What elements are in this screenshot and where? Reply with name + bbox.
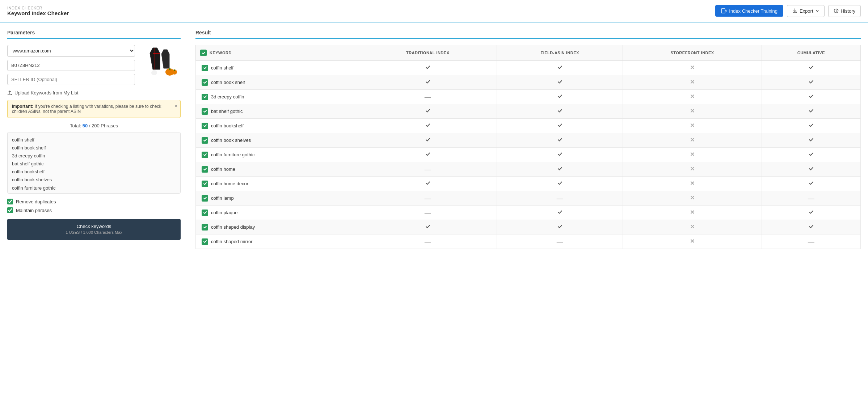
left-panel: Parameters www.amazon.com xyxy=(0,22,188,406)
keyword-cell: bat shelf gothic xyxy=(196,104,359,119)
svg-rect-11 xyxy=(174,69,175,71)
keyword-text: coffin bookshelf xyxy=(211,123,244,128)
cumulative-cell xyxy=(762,104,860,119)
cross-icon xyxy=(690,93,695,99)
row-checkbox[interactable] xyxy=(202,224,208,231)
remove-duplicates-checkbox[interactable] xyxy=(7,199,13,204)
asin-input[interactable] xyxy=(7,60,135,71)
app-name: INDEX CHECKER xyxy=(7,6,69,10)
header: INDEX CHECKER Keyword Index Checker Inde… xyxy=(0,0,868,22)
storefront-cell xyxy=(623,61,762,75)
table-row: coffin book shelf xyxy=(196,75,861,90)
table-row: bat shelf gothic xyxy=(196,104,861,119)
maintain-phrases-checkbox[interactable] xyxy=(7,207,13,213)
keyword-text: coffin home decor xyxy=(211,181,248,186)
maintain-phrases-label: Maintain phrases xyxy=(16,208,52,213)
list-item: bat shelf gothic xyxy=(12,160,176,168)
check-icon xyxy=(808,180,814,186)
storefront-cell xyxy=(623,133,762,148)
keyword-text: coffin lamp xyxy=(211,195,234,201)
cumulative-cell xyxy=(762,162,860,177)
check-keywords-button[interactable]: Check keywords 1 USES / 1,000 Characters… xyxy=(7,219,181,240)
row-checkbox[interactable] xyxy=(202,137,208,144)
traditional-cell: — xyxy=(359,206,497,220)
field-asin-cell xyxy=(497,148,623,162)
cumulative-cell xyxy=(762,119,860,133)
export-button[interactable]: Export xyxy=(787,5,825,17)
keyword-cell: coffin shaped display xyxy=(196,220,359,234)
amazon-domain-select[interactable]: www.amazon.com xyxy=(7,45,135,57)
check-icon xyxy=(425,79,431,85)
table-row: coffin plaque — xyxy=(196,206,861,220)
cumulative-cell xyxy=(762,148,860,162)
list-item: coffin book shelves xyxy=(12,176,176,184)
traditional-cell xyxy=(359,119,497,133)
check-icon xyxy=(425,64,431,70)
row-checkbox[interactable] xyxy=(202,108,208,115)
traditional-cell xyxy=(359,177,497,191)
keyword-list[interactable]: coffin shelfcoffin book shelf3d creepy c… xyxy=(7,132,181,194)
row-checkbox[interactable] xyxy=(202,152,208,158)
table-row: coffin bookshelf xyxy=(196,119,861,133)
storefront-cell xyxy=(623,234,762,249)
traditional-cell: — xyxy=(359,234,497,249)
list-item: 3d creepy coffin xyxy=(12,152,176,160)
index-checker-training-button[interactable]: Index Checker Training xyxy=(715,5,783,17)
storefront-cell xyxy=(623,206,762,220)
storefront-cell xyxy=(623,191,762,206)
check-icon xyxy=(808,108,814,114)
row-checkbox[interactable] xyxy=(202,238,208,245)
table-row: coffin shaped display xyxy=(196,220,861,234)
chevron-down-icon xyxy=(816,9,819,13)
traditional-cell: — xyxy=(359,162,497,177)
check-icon xyxy=(557,209,563,215)
row-checkbox[interactable] xyxy=(202,79,208,86)
check-icon xyxy=(557,93,563,99)
row-checkbox[interactable] xyxy=(202,123,208,129)
dash-icon: — xyxy=(808,238,814,245)
keyword-cell: coffin furniture gothic xyxy=(196,148,359,162)
result-title: Result xyxy=(195,30,861,39)
list-item: coffin home xyxy=(12,192,176,194)
maintain-phrases-row: Maintain phrases xyxy=(7,207,181,213)
dash-icon: — xyxy=(425,166,431,173)
keyword-cell: coffin bookshelf xyxy=(196,119,359,133)
row-checkbox[interactable] xyxy=(202,181,208,187)
table-row: coffin lamp — — — xyxy=(196,191,861,206)
table-row: coffin shelf xyxy=(196,61,861,75)
row-checkbox[interactable] xyxy=(202,210,208,216)
cross-icon xyxy=(690,122,695,128)
result-table-body: coffin shelf coffin xyxy=(196,61,861,249)
th-field-asin: FIELD-ASIN INDEX xyxy=(497,45,623,61)
cumulative-cell: — xyxy=(762,191,860,206)
th-cumulative: CUMULATIVE xyxy=(762,45,860,61)
table-header-row: KEYWORD TRADITIONAL INDEX FIELD-ASIN IND… xyxy=(196,45,861,61)
table-row: coffin shaped mirror — — — xyxy=(196,234,861,249)
keyword-cell: coffin book shelf xyxy=(196,75,359,90)
parameters-title: Parameters xyxy=(7,30,181,39)
traditional-cell: — xyxy=(359,90,497,104)
row-checkbox[interactable] xyxy=(202,94,208,100)
row-checkbox[interactable] xyxy=(202,195,208,202)
field-asin-cell xyxy=(497,133,623,148)
keyword-text: coffin shaped display xyxy=(211,224,255,230)
row-checkbox[interactable] xyxy=(202,166,208,173)
seller-id-input[interactable] xyxy=(7,74,135,85)
dash-icon: — xyxy=(557,195,563,202)
cross-icon xyxy=(690,209,695,215)
params-top: www.amazon.com xyxy=(7,45,181,85)
keyword-cell: coffin book shelves xyxy=(196,133,359,148)
row-checkbox[interactable] xyxy=(202,65,208,71)
keyword-text: bat shelf gothic xyxy=(211,109,243,114)
check-icon xyxy=(557,64,563,70)
alert-close-button[interactable]: × xyxy=(174,103,177,109)
check-icon xyxy=(557,137,563,143)
total-info: Total: 50 / 200 Phrases xyxy=(7,123,181,128)
upload-keywords-link[interactable]: Upload Keywords from My List xyxy=(7,90,181,96)
keyword-cell: coffin plaque xyxy=(196,206,359,220)
keyword-text: coffin furniture gothic xyxy=(211,152,254,157)
check-icon xyxy=(557,166,563,172)
keyword-cell: coffin home decor xyxy=(196,177,359,191)
history-button[interactable]: History xyxy=(828,5,861,17)
cross-icon xyxy=(690,151,695,157)
